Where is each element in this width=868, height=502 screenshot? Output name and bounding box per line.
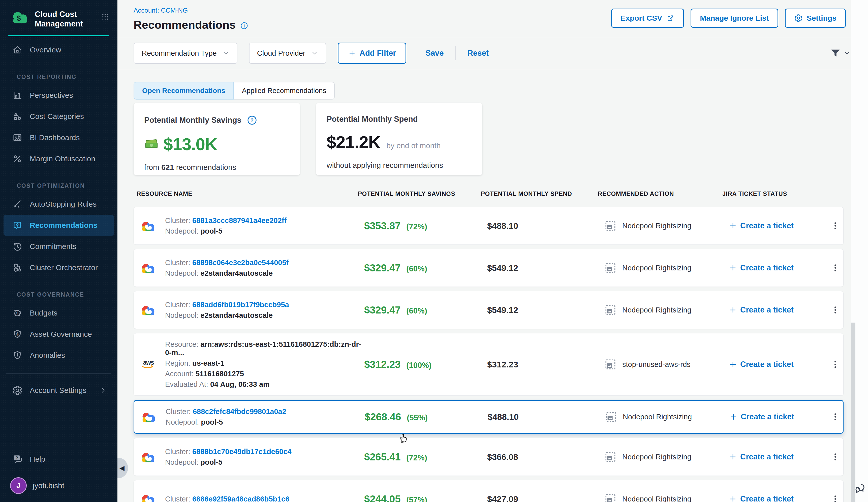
avatar[interactable]: J	[10, 477, 27, 494]
sidebar-item-bi-dashboards[interactable]: BI Dashboards	[3, 127, 114, 148]
page-title: Recommendations	[134, 18, 236, 31]
create-ticket-button[interactable]: Create a ticket	[729, 412, 827, 421]
create-ticket-button[interactable]: Create a ticket	[728, 494, 827, 502]
external-link-icon	[666, 14, 675, 22]
sidebar-item-overview[interactable]: Overview	[3, 39, 114, 61]
nav-section-label: COST GOVERNANCE	[17, 291, 117, 299]
table-row[interactable]: aws Resource: arn:aws:rds:us-east-1:5116…	[134, 333, 844, 396]
resource-link[interactable]: 6888b1c70e49db17c1de60c4	[192, 448, 291, 456]
save-filter-button[interactable]: Save	[425, 49, 444, 58]
funnel-icon	[830, 48, 841, 59]
spend-cell: $366.08	[487, 452, 604, 462]
sidebar-nav: Overview COST REPORTING Perspectives Cos…	[0, 36, 117, 366]
cloud-provider-select[interactable]: Cloud Provider	[249, 43, 326, 64]
resource-cell: Cluster: 68898c064e3e2ba0e544005f Nodepo…	[165, 253, 364, 282]
page-header: Account: CCM-NG Recommendations Export C…	[117, 0, 868, 31]
info-icon[interactable]	[240, 21, 248, 30]
resource-link[interactable]: 6881a3ccc887941a4ee202ff	[192, 217, 287, 224]
resource-link[interactable]: 688add6fb019b17f9bccb95a	[192, 301, 289, 309]
sidebar-item-label: Account Settings	[30, 386, 86, 395]
create-ticket-button[interactable]: Create a ticket	[728, 305, 827, 314]
savings-card-value: $13.0K	[163, 134, 217, 154]
create-ticket-button[interactable]: Create a ticket	[728, 360, 827, 369]
gcp-logo-icon	[140, 492, 157, 502]
resource-link[interactable]: 688c2fefc84fbdc99801a0a2	[193, 408, 286, 416]
question-circle-icon[interactable]: ?	[247, 115, 258, 126]
collapse-left-icon: ◀	[120, 464, 124, 472]
resource-cell: Resource: arn:aws:rds:us-east-1:51161680…	[165, 335, 364, 394]
filter-drawer-toggle[interactable]	[830, 48, 850, 59]
rightsizing-action-icon	[604, 493, 617, 502]
breadcrumb-account-link[interactable]: Account: CCM-NG	[134, 7, 188, 14]
sidebar-item-budgets[interactable]: $ Budgets	[3, 302, 114, 324]
table-row[interactable]: Cluster: 6881a3ccc887941a4ee202ff Nodepo…	[134, 207, 844, 245]
row-menu-kebab-icon[interactable]	[830, 451, 840, 463]
spend-card-value: $21.2K	[327, 132, 380, 152]
reset-filter-button[interactable]: Reset	[467, 49, 489, 58]
plus-icon	[728, 495, 737, 502]
divider	[455, 46, 456, 60]
plus-icon	[729, 412, 738, 421]
chevron-right-icon	[99, 387, 107, 394]
rightsizing-action-icon	[604, 410, 617, 423]
table-row[interactable]: Cluster: 6886e92f59a48cad86b5b1c6 $244.0…	[134, 480, 844, 502]
home-icon	[12, 45, 23, 55]
row-menu-kebab-icon[interactable]	[830, 220, 840, 232]
recommendation-bubble-icon	[12, 220, 23, 231]
row-menu-kebab-icon[interactable]	[830, 262, 840, 274]
row-menu-kebab-icon[interactable]	[830, 304, 840, 316]
col-potential-monthly-savings: POTENTIAL MONTHLY SAVINGS	[358, 190, 481, 197]
sidebar-item-perspectives[interactable]: Perspectives	[3, 85, 114, 106]
row-menu-kebab-icon[interactable]	[830, 493, 840, 502]
resource-line: Account: 511616801275	[165, 370, 364, 378]
table-row[interactable]: Cluster: 688c2fefc84fbdc99801a0a2 Nodepo…	[134, 400, 844, 434]
table-row[interactable]: Cluster: 688add6fb019b17f9bccb95a Nodepo…	[134, 291, 844, 329]
create-ticket-button[interactable]: Create a ticket	[728, 221, 827, 230]
plus-icon	[728, 306, 737, 314]
gcp-logo-icon	[140, 219, 157, 233]
shield-dollar-icon: $	[12, 329, 23, 339]
resource-cell: Cluster: 6886e92f59a48cad86b5b1c6	[165, 490, 364, 502]
sidebar-item-account-settings[interactable]: Account Settings	[3, 380, 114, 401]
col-recommended-action: RECOMMENDED ACTION	[598, 190, 722, 197]
add-filter-button[interactable]: Add Filter	[338, 43, 406, 64]
sidebar-item-anomalies[interactable]: Anomalies	[3, 345, 114, 366]
tab-open-recommendations[interactable]: Open Recommendations	[134, 82, 234, 100]
settings-button[interactable]: Settings	[785, 9, 846, 28]
module-grid-icon[interactable]	[101, 12, 109, 22]
sidebar-item-asset-governance[interactable]: $ Asset Governance	[3, 324, 114, 345]
resource-link[interactable]: 6886e92f59a48cad86b5b1c6	[192, 495, 289, 502]
savings-cell: $353.87 (72%)	[364, 220, 487, 232]
resource-line: Cluster: 6886e92f59a48cad86b5b1c6	[165, 495, 364, 502]
spend-cell: $427.09	[487, 494, 604, 502]
row-menu-kebab-icon[interactable]	[830, 411, 840, 422]
recommendation-type-select[interactable]: Recommendation Type	[134, 43, 237, 64]
resource-line: Nodepool: pool-5	[165, 227, 364, 236]
row-menu-kebab-icon[interactable]	[830, 359, 840, 370]
sidebar-item-autostopping-rules[interactable]: AutoStopping Rules	[3, 194, 114, 215]
create-ticket-button[interactable]: Create a ticket	[728, 263, 827, 272]
user-row[interactable]: J jyoti.bisht	[10, 477, 64, 494]
sidebar-item-cost-categories[interactable]: Cost Categories	[3, 106, 114, 127]
chevron-down-icon	[844, 50, 850, 56]
sidebar-item-margin-obfuscation[interactable]: Margin Obfuscation	[3, 148, 114, 169]
resource-link[interactable]: 68898c064e3e2ba0e544005f	[192, 259, 289, 266]
table-row[interactable]: Cluster: 68898c064e3e2ba0e544005f Nodepo…	[134, 249, 844, 287]
sidebar-item-help[interactable]: ? Help	[3, 450, 114, 469]
potential-monthly-savings-card: Potential Monthly Savings ? $13.0K from …	[134, 103, 300, 175]
tab-applied-recommendations[interactable]: Applied Recommendations	[234, 82, 335, 100]
sidebar-item-cluster-orchestrator[interactable]: Cluster Orchestrator	[3, 257, 114, 278]
export-csv-button[interactable]: Export CSV	[611, 9, 684, 28]
chat-support-icon[interactable]	[853, 482, 866, 495]
sidebar-item-recommendations[interactable]: Recommendations	[3, 215, 114, 236]
scrollbar-thumb[interactable]	[851, 323, 855, 502]
manage-ignore-list-button[interactable]: Manage Ignore List	[691, 9, 778, 28]
plus-icon	[728, 360, 737, 369]
savings-card-title: Potential Monthly Savings	[144, 116, 241, 125]
table-row[interactable]: Cluster: 6888b1c70e49db17c1de60c4 Nodepo…	[134, 438, 844, 476]
create-ticket-button[interactable]: Create a ticket	[728, 452, 827, 461]
help-chat-icon: ?	[12, 453, 23, 465]
page-scrollbar[interactable]	[851, 0, 868, 502]
resource-line: Nodepool: e2standar4autoscale	[165, 311, 364, 320]
sidebar-item-commitments[interactable]: Commitments	[3, 236, 114, 257]
